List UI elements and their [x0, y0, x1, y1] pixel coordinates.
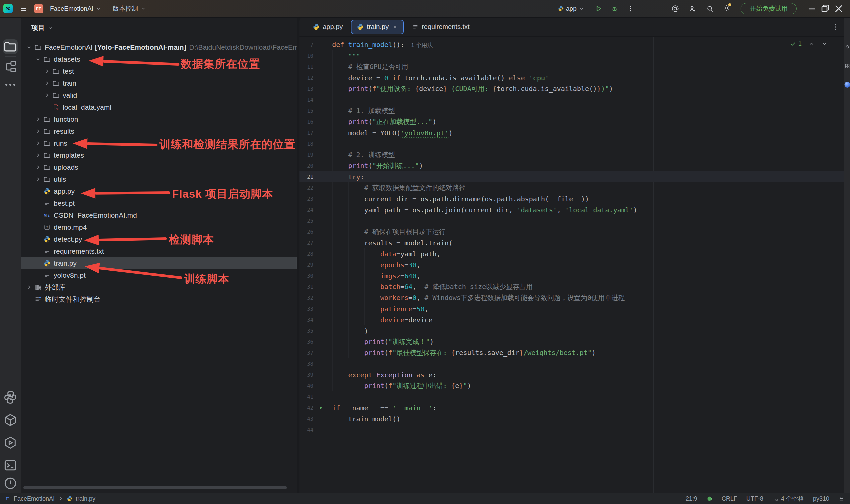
python-console-tool[interactable] — [3, 390, 18, 405]
tab-requirements.txt[interactable]: requirements.txt — [406, 20, 476, 34]
run-line-icon[interactable] — [318, 405, 324, 411]
tree-item-best.pt[interactable]: best.pt — [21, 197, 297, 209]
code-line-19[interactable]: 19 # 2. 训练模型 — [299, 149, 844, 160]
notifications[interactable] — [844, 42, 850, 52]
code-line-37[interactable]: 37 print(f"最佳模型保存在: {results.save_dir}/w… — [299, 347, 844, 358]
code-line-33[interactable]: 33 patience=50, — [299, 303, 844, 314]
chevron-down-icon[interactable] — [25, 44, 33, 51]
problems-tool[interactable] — [3, 476, 18, 491]
more-tool-windows[interactable] — [3, 77, 18, 92]
chevron-right-icon[interactable] — [43, 92, 51, 99]
code-line-12[interactable]: 12 device = 0 if torch.cuda.is_available… — [299, 72, 844, 83]
tree-item-uploads[interactable]: uploads — [21, 161, 297, 173]
code-line-7[interactable]: 7def train_model():1 个用法 — [299, 39, 844, 50]
tree-item-valid[interactable]: valid — [21, 89, 297, 101]
code-line-35[interactable]: 35 ) — [299, 325, 844, 336]
chevron-right-icon[interactable] — [34, 116, 42, 123]
code-line-39[interactable]: 39 except Exception as e: — [299, 369, 844, 380]
tree-item-utils[interactable]: utils — [21, 173, 297, 185]
minimize-button[interactable] — [805, 2, 819, 15]
tree-item-results[interactable]: results — [21, 125, 297, 137]
code-line-17[interactable]: 17 model = YOLO('yolov8n.pt') — [299, 127, 844, 138]
vcs-menu[interactable]: 版本控制 — [113, 4, 146, 13]
code-line-28[interactable]: 28 data=yaml_path, — [299, 248, 844, 259]
tab-train.py[interactable]: train.py — [351, 20, 404, 34]
chevron-down-icon[interactable] — [34, 56, 42, 63]
code-line-13[interactable]: 13 print(f"使用设备: {device} (CUDA可用: {torc… — [299, 83, 844, 94]
code-line-18[interactable]: 18 — [299, 138, 844, 149]
tree-item--[interactable]: 临时文件和控制台 — [21, 293, 297, 305]
project-panel-header[interactable]: 项目 — [31, 23, 53, 32]
code-line-38[interactable]: 38 — [299, 358, 844, 369]
chevron-right-icon[interactable] — [34, 140, 42, 147]
code-line-10[interactable]: 10 """ — [299, 50, 844, 61]
tab-options-icon[interactable] — [832, 23, 840, 31]
tree-item-local_data.yaml[interactable]: Ylocal_data.yaml — [21, 101, 297, 113]
tree-item-train.py[interactable]: train.py — [21, 257, 297, 269]
code-line-41[interactable]: 41 — [299, 391, 844, 402]
code-line-36[interactable]: 36 print("训练完成！") — [299, 336, 844, 347]
code-line-16[interactable]: 16 print("正在加载模型...") — [299, 116, 844, 127]
code-line-27[interactable]: 27 results = model.train( — [299, 237, 844, 248]
run-button[interactable] — [595, 5, 603, 13]
code-line-34[interactable]: 34 device=device — [299, 314, 844, 325]
code-line-44[interactable]: 44 — [299, 424, 844, 435]
usage-inlay-hint[interactable]: 1 个用法 — [411, 42, 433, 48]
terminal-tool[interactable] — [3, 458, 18, 473]
main-menu-icon[interactable] — [19, 5, 27, 13]
tree-item-FaceEmotionAI[interactable]: FaceEmotionAI[Yolo-FaceEmotionAI-main]D:… — [21, 41, 297, 53]
code-with-me-icon[interactable] — [689, 5, 696, 13]
code-line-11[interactable]: 11 # 检查GPU是否可用 — [299, 61, 844, 72]
search-everywhere-icon[interactable] — [706, 5, 714, 13]
code-line-43[interactable]: 43 train_model() — [299, 413, 844, 424]
tree-item-function[interactable]: function — [21, 113, 297, 125]
indent-style[interactable]: 4 个空格 — [772, 495, 804, 503]
code-line-31[interactable]: 31 batch=64, # 降低batch size以减少显存占用 — [299, 281, 844, 292]
services-tool[interactable] — [3, 435, 18, 450]
close-button[interactable] — [832, 2, 845, 15]
chevron-right-icon[interactable] — [43, 68, 51, 75]
more-actions-icon[interactable] — [626, 5, 635, 13]
tree-item--[interactable]: 外部库 — [21, 281, 297, 293]
tab-app.py[interactable]: app.py — [307, 20, 349, 34]
python-packages-tool[interactable] — [3, 413, 18, 427]
close-tab-icon[interactable] — [392, 24, 398, 30]
breadcrumb-project[interactable]: FaceEmotionAI — [14, 495, 55, 502]
debug-button[interactable] — [610, 5, 619, 13]
tree-item-templates[interactable]: templates — [21, 149, 297, 161]
tree-item-demo.mp4[interactable]: ?demo.mp4 — [21, 221, 297, 233]
tree-item-detect.py[interactable]: detect.py — [21, 233, 297, 245]
code-line-15[interactable]: 15 # 1. 加载模型 — [299, 105, 844, 116]
code-line-29[interactable]: 29 epochs=30, — [299, 259, 844, 270]
analysis-status[interactable] — [706, 496, 713, 502]
structure-tool[interactable] — [3, 59, 18, 74]
chevron-right-icon[interactable] — [34, 164, 42, 171]
code-line-25[interactable]: 25 — [299, 215, 844, 226]
python-interpreter[interactable]: py310 — [813, 495, 829, 502]
tree-item-yolov8n.pt[interactable]: yolov8n.pt — [21, 269, 297, 281]
chevron-right-icon[interactable] — [34, 128, 42, 135]
code-line-22[interactable]: 22 # 获取数据集配置文件的绝对路径 — [299, 182, 844, 193]
tree-item-app.py[interactable]: app.py — [21, 185, 297, 197]
code-line-24[interactable]: 24 yaml_path = os.path.join(current_dir,… — [299, 204, 844, 215]
chevron-right-icon[interactable] — [43, 80, 51, 87]
line-separator[interactable]: CRLF — [722, 495, 737, 502]
code-line-20[interactable]: 20 print("开始训练...") — [299, 160, 844, 171]
project-selector[interactable]: FaceEmotionAI — [50, 5, 101, 12]
tree-item-datasets[interactable]: datasets — [21, 53, 297, 65]
tree-item-requirements.txt[interactable]: requirements.txt — [21, 245, 297, 257]
code-line-21[interactable]: 21 try: — [299, 171, 844, 182]
tree-item-train[interactable]: train — [21, 77, 297, 89]
code-line-26[interactable]: 26 # 确保在项目根目录下运行 — [299, 226, 844, 237]
project-panel-hscrollbar[interactable] — [23, 486, 287, 489]
chevron-right-icon[interactable] — [25, 284, 33, 291]
readonly-toggle[interactable] — [838, 496, 845, 502]
code-line-42[interactable]: 42if __name__ == '__main__': — [299, 402, 844, 413]
start-trial-button[interactable]: 开始免费试用 — [741, 3, 797, 14]
ai-mention-icon[interactable] — [671, 5, 679, 13]
code-line-40[interactable]: 40 print(f"训练过程中出错: {e}") — [299, 380, 844, 391]
breadcrumb-file[interactable]: train.py — [76, 495, 95, 502]
caret-position[interactable]: 21:9 — [686, 495, 697, 502]
status-breadcrumb[interactable]: FaceEmotionAI train.py — [0, 495, 95, 502]
project-tool[interactable] — [3, 39, 18, 54]
